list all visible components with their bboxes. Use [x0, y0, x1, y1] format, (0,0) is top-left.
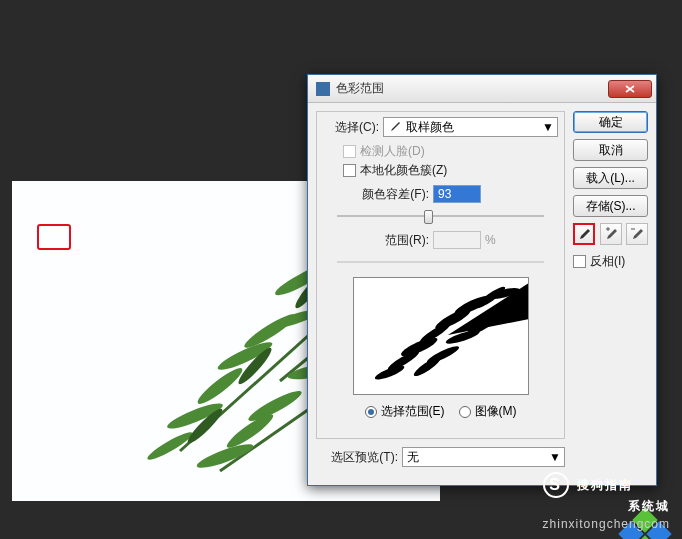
watermark: S 搜狗指南 系统城 zhinxitongchengcom — [543, 472, 670, 531]
eyedropper-plus-icon — [604, 227, 618, 241]
selection-preview-label: 选区预览(T): — [316, 449, 402, 466]
color-range-dialog: 色彩范围 选择(C): 取样颜色 ▼ 检测人脸(D) — [307, 74, 657, 486]
app-icon — [316, 82, 330, 96]
close-button[interactable] — [608, 80, 652, 98]
annotation-red-box — [37, 224, 71, 250]
eyedropper-subtract-tool[interactable] — [626, 223, 648, 245]
titlebar[interactable]: 色彩范围 — [308, 75, 656, 103]
radio-image[interactable]: 图像(M) — [459, 403, 517, 420]
cancel-button[interactable]: 取消 — [573, 139, 648, 161]
dialog-title: 色彩范围 — [336, 80, 608, 97]
invert-checkbox[interactable]: 反相(I) — [573, 253, 648, 270]
close-icon — [625, 85, 635, 93]
preview-thumbnail — [353, 277, 529, 395]
select-value: 取样颜色 — [406, 119, 454, 136]
detect-faces-checkbox: 检测人脸(D) — [343, 143, 558, 160]
range-label: 范围(R): — [347, 232, 433, 249]
eyedropper-icon — [577, 227, 591, 241]
fuzziness-slider[interactable] — [337, 207, 544, 225]
chevron-down-icon: ▼ — [548, 450, 562, 464]
save-button[interactable]: 存储(S)... — [573, 195, 648, 217]
range-input — [433, 231, 481, 249]
selection-preview-dropdown[interactable]: 无 ▼ — [402, 447, 565, 467]
localized-checkbox[interactable]: 本地化颜色簇(Z) — [343, 162, 558, 179]
fuzziness-input[interactable]: 93 — [433, 185, 481, 203]
load-button[interactable]: 载入(L)... — [573, 167, 648, 189]
ok-button[interactable]: 确定 — [573, 111, 648, 133]
chevron-down-icon: ▼ — [541, 120, 555, 134]
range-slider — [337, 253, 544, 271]
radio-selection[interactable]: 选择范围(E) — [365, 403, 445, 420]
eyedropper-tool[interactable] — [573, 223, 595, 245]
fuzziness-label: 颜色容差(F): — [347, 186, 433, 203]
svg-point-9 — [194, 364, 246, 408]
select-label: 选择(C): — [323, 119, 383, 136]
sogou-logo-icon: S — [543, 472, 569, 498]
eyedropper-icon — [388, 120, 402, 134]
select-dropdown[interactable]: 取样颜色 ▼ — [383, 117, 558, 137]
eyedropper-minus-icon — [630, 227, 644, 241]
eyedropper-add-tool[interactable] — [600, 223, 622, 245]
